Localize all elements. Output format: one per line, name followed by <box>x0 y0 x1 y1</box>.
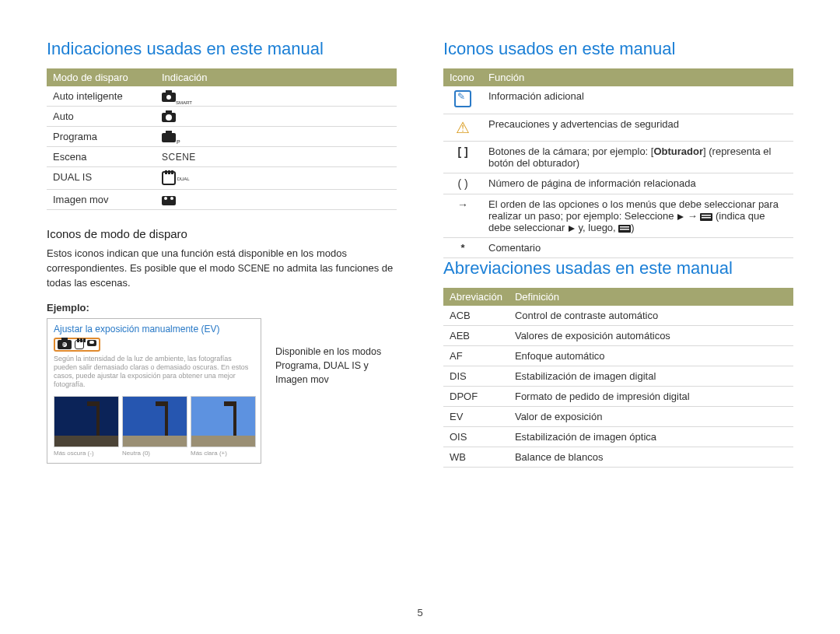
table-row: Escena SCENE <box>47 147 397 167</box>
movie-icon <box>162 196 176 205</box>
abbreviations-table: Abreviación Definición ACBControl de con… <box>443 288 793 468</box>
th-indication: Indicación <box>156 68 397 86</box>
example-aside: Disponible en los modos Programa, DUAL I… <box>275 318 397 387</box>
program-icon <box>58 340 72 349</box>
table-row: DUAL IS DUAL <box>47 167 397 190</box>
dual-is-icon <box>75 340 84 349</box>
thumb-lighter: Más clara (+) <box>191 396 254 457</box>
abbr-cell: AF <box>443 346 509 366</box>
table-row: [ ] Botones de la cámara; por ejemplo: [… <box>443 142 793 173</box>
example-label: Ejemplo: <box>47 302 397 313</box>
func-cell: El orden de las opciones o los menús que… <box>482 194 793 238</box>
svg-rect-3 <box>702 217 711 219</box>
def-cell: Valores de exposición automáticos <box>509 326 793 346</box>
movie-icon <box>87 340 96 346</box>
svg-rect-6 <box>620 226 629 228</box>
asterisk-icon: * <box>460 242 464 254</box>
mode-icons-paragraph: Estos iconos indican que una función est… <box>47 247 397 291</box>
page-number: 5 <box>0 607 840 618</box>
arrow-icon: → <box>457 198 468 211</box>
mode-cell: Auto <box>47 107 156 127</box>
table-row: ACBControl de contraste automático <box>443 306 793 326</box>
th-mode: Modo de disparo <box>47 68 156 86</box>
dual-is-icon <box>162 171 176 185</box>
mode-cell: Escena <box>47 147 156 167</box>
auto-icon <box>162 113 176 122</box>
table-row: AEBValores de exposición automáticos <box>443 326 793 346</box>
heading-indications: Indicaciones usadas en este manual <box>47 39 397 59</box>
def-cell: Balance de blancos <box>509 447 793 468</box>
table-row: * Comentario <box>443 238 793 258</box>
table-row: ( ) Número de página de información rela… <box>443 173 793 194</box>
example-block: Ajustar la exposición manualmente (EV) S… <box>47 318 397 464</box>
svg-rect-7 <box>620 229 629 230</box>
table-row: → El orden de las opciones o los menús q… <box>443 194 793 238</box>
abbr-cell: WB <box>443 447 509 468</box>
table-row: EVValor de exposición <box>443 407 793 427</box>
table-row: Auto <box>47 107 397 127</box>
example-mode-icons <box>54 338 100 352</box>
table-row: ⚠ Precauciones y advertencias de segurid… <box>443 114 793 142</box>
def-cell: Valor de exposición <box>509 407 793 427</box>
mode-cell: Auto inteligente <box>47 86 156 107</box>
table-row: DPOFFormato de pedido de impresión digit… <box>443 387 793 407</box>
right-column: Iconos usados en este manual Icono Funci… <box>443 39 793 468</box>
shooting-mode-table: Modo de disparo Indicación Auto intelige… <box>47 68 397 210</box>
th-abbrev: Abreviación <box>443 288 509 306</box>
smart-auto-icon <box>162 93 176 102</box>
abbr-cell: DIS <box>443 366 509 387</box>
abbr-cell: AEB <box>443 326 509 346</box>
parens-icon: ( ) <box>457 177 467 190</box>
svg-marker-4 <box>569 226 575 232</box>
func-cell: Información adicional <box>482 86 793 114</box>
table-row: AFEnfoque automático <box>443 346 793 366</box>
def-cell: Estabilización de imagen óptica <box>509 427 793 447</box>
note-icon <box>454 90 471 107</box>
mode-cell: DUAL IS <box>47 167 156 190</box>
def-cell: Enfoque automático <box>509 346 793 366</box>
subheading-mode-icons: Iconos de modo de disparo <box>47 227 397 240</box>
example-thumbnails: Más oscura (-) Neutra (0) Más clara (+) <box>54 396 254 457</box>
def-cell: Control de contraste automático <box>509 306 793 326</box>
menu-item-icon <box>700 213 712 221</box>
abbr-cell: OIS <box>443 427 509 447</box>
brackets-icon: [ ] <box>457 145 467 158</box>
def-cell: Formato de pedido de impresión digital <box>509 387 793 407</box>
abbr-cell: EV <box>443 407 509 427</box>
mode-cell: Programa <box>47 127 156 147</box>
program-icon <box>162 133 176 142</box>
heading-icons-used: Iconos usados en este manual <box>443 39 793 59</box>
warning-icon: ⚠ <box>456 119 470 136</box>
def-cell: Estabilización de imagen digital <box>509 366 793 387</box>
bullet-icon <box>568 225 576 233</box>
heading-abbreviations: Abreviaciones usadas en este manual <box>443 258 793 278</box>
th-definition: Definición <box>509 288 793 306</box>
bullet-icon <box>677 213 684 221</box>
abbr-cell: DPOF <box>443 387 509 407</box>
thumb-neutral: Neutra (0) <box>122 396 186 457</box>
table-row: WBBalance de blancos <box>443 447 793 468</box>
scene-inline-icon: SCENE <box>238 263 270 274</box>
svg-rect-2 <box>702 215 711 216</box>
left-column: Indicaciones usadas en este manual Modo … <box>47 39 397 468</box>
menu-item-icon <box>618 225 631 233</box>
example-title: Ajustar la exposición manualmente (EV) <box>54 324 254 335</box>
thumb-darker: Más oscura (-) <box>54 396 117 457</box>
abbr-cell: ACB <box>443 306 509 326</box>
icons-table: Icono Función Información adicional ⚠ Pr… <box>443 68 793 258</box>
table-row: Imagen mov <box>47 190 397 210</box>
func-cell: Botones de la cámara; por ejemplo: [Obtu… <box>482 142 793 173</box>
table-row: OISEstabilización de imagen óptica <box>443 427 793 447</box>
mode-cell: Imagen mov <box>47 190 156 210</box>
th-function: Función <box>482 68 793 86</box>
func-cell: Número de página de información relacion… <box>482 173 793 194</box>
example-box: Ajustar la exposición manualmente (EV) S… <box>47 318 261 464</box>
func-cell: Comentario <box>482 238 793 258</box>
table-row: Programa <box>47 127 397 147</box>
func-cell: Precauciones y advertencias de seguridad <box>482 114 793 142</box>
example-description: Según la intensidad de la luz de ambient… <box>54 355 254 390</box>
table-row: Auto inteligente SMART <box>47 86 397 107</box>
th-icon: Icono <box>443 68 482 86</box>
scene-icon: SCENE <box>162 152 196 163</box>
table-row: DISEstabilización de imagen digital <box>443 366 793 387</box>
